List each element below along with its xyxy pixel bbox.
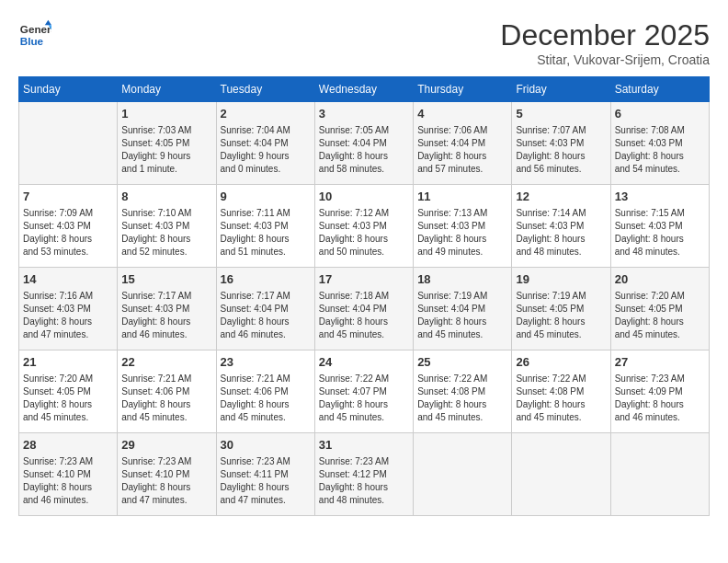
calendar-cell: 2Sunrise: 7:04 AM Sunset: 4:04 PM Daylig…: [216, 102, 314, 185]
day-number: 30: [221, 437, 311, 454]
calendar-cell: 19Sunrise: 7:19 AM Sunset: 4:05 PM Dayli…: [512, 268, 610, 350]
calendar-cell: 9Sunrise: 7:11 AM Sunset: 4:03 PM Daylig…: [216, 185, 314, 268]
calendar-cell: 21Sunrise: 7:20 AM Sunset: 4:05 PM Dayli…: [19, 350, 118, 433]
day-header-monday: Monday: [118, 77, 216, 102]
day-info: Sunrise: 7:18 AM Sunset: 4:04 PM Dayligh…: [319, 290, 409, 341]
day-number: 7: [23, 189, 113, 205]
svg-text:Blue: Blue: [20, 35, 44, 47]
calendar-cell: 28Sunrise: 7:23 AM Sunset: 4:10 PM Dayli…: [19, 433, 118, 516]
day-info: Sunrise: 7:23 AM Sunset: 4:09 PM Dayligh…: [615, 373, 705, 424]
day-info: Sunrise: 7:21 AM Sunset: 4:06 PM Dayligh…: [121, 373, 211, 424]
day-number: 27: [615, 354, 705, 371]
day-number: 17: [319, 271, 409, 288]
day-info: Sunrise: 7:23 AM Sunset: 4:12 PM Dayligh…: [319, 455, 409, 507]
logo-icon: General Blue: [18, 18, 51, 52]
day-info: Sunrise: 7:08 AM Sunset: 4:03 PM Dayligh…: [615, 124, 705, 176]
day-info: Sunrise: 7:03 AM Sunset: 4:05 PM Dayligh…: [121, 124, 211, 176]
day-info: Sunrise: 7:09 AM Sunset: 4:03 PM Dayligh…: [23, 207, 113, 259]
day-number: 22: [121, 354, 211, 371]
calendar-cell: 12Sunrise: 7:14 AM Sunset: 4:03 PM Dayli…: [512, 185, 610, 268]
day-number: 2: [221, 106, 311, 122]
day-number: 12: [516, 189, 606, 205]
calendar-cell: 14Sunrise: 7:16 AM Sunset: 4:03 PM Dayli…: [19, 268, 118, 350]
calendar-cell: 31Sunrise: 7:23 AM Sunset: 4:12 PM Dayli…: [314, 433, 413, 516]
month-title: December 2025: [500, 18, 710, 52]
calendar-cell: 13Sunrise: 7:15 AM Sunset: 4:03 PM Dayli…: [610, 185, 709, 268]
calendar-cell: [512, 433, 610, 516]
day-number: 11: [417, 189, 507, 205]
day-info: Sunrise: 7:15 AM Sunset: 4:03 PM Dayligh…: [615, 207, 705, 259]
day-number: 18: [417, 271, 507, 288]
day-number: 4: [417, 106, 507, 122]
day-header-wednesday: Wednesday: [314, 77, 413, 102]
day-number: 26: [516, 354, 606, 371]
calendar-cell: 17Sunrise: 7:18 AM Sunset: 4:04 PM Dayli…: [314, 268, 413, 350]
day-info: Sunrise: 7:07 AM Sunset: 4:03 PM Dayligh…: [516, 124, 606, 176]
calendar-cell: 1Sunrise: 7:03 AM Sunset: 4:05 PM Daylig…: [118, 102, 216, 185]
day-info: Sunrise: 7:20 AM Sunset: 4:05 PM Dayligh…: [23, 373, 113, 424]
calendar-cell: 25Sunrise: 7:22 AM Sunset: 4:08 PM Dayli…: [414, 350, 512, 433]
day-info: Sunrise: 7:19 AM Sunset: 4:04 PM Dayligh…: [417, 290, 507, 341]
title-block: December 2025 Stitar, Vukovar-Srijem, Cr…: [500, 18, 710, 67]
day-info: Sunrise: 7:19 AM Sunset: 4:05 PM Dayligh…: [516, 290, 606, 341]
calendar-cell: 27Sunrise: 7:23 AM Sunset: 4:09 PM Dayli…: [610, 350, 709, 433]
day-info: Sunrise: 7:21 AM Sunset: 4:06 PM Dayligh…: [221, 373, 311, 424]
calendar-header-row: SundayMondayTuesdayWednesdayThursdayFrid…: [19, 77, 710, 102]
calendar-week-row: 7Sunrise: 7:09 AM Sunset: 4:03 PM Daylig…: [19, 185, 710, 268]
day-number: 25: [417, 354, 507, 371]
day-number: 29: [121, 437, 211, 454]
day-number: 5: [516, 106, 606, 122]
day-number: 6: [615, 106, 705, 122]
location-subtitle: Stitar, Vukovar-Srijem, Croatia: [500, 52, 710, 67]
calendar-cell: 6Sunrise: 7:08 AM Sunset: 4:03 PM Daylig…: [610, 102, 709, 185]
day-number: 1: [121, 106, 211, 122]
day-info: Sunrise: 7:14 AM Sunset: 4:03 PM Dayligh…: [516, 207, 606, 259]
day-number: 16: [221, 271, 311, 288]
day-info: Sunrise: 7:22 AM Sunset: 4:08 PM Dayligh…: [417, 373, 507, 424]
calendar-cell: [610, 433, 709, 516]
calendar-cell: [19, 102, 118, 185]
calendar-cell: 30Sunrise: 7:23 AM Sunset: 4:11 PM Dayli…: [216, 433, 314, 516]
calendar-week-row: 28Sunrise: 7:23 AM Sunset: 4:10 PM Dayli…: [19, 433, 710, 516]
day-number: 23: [221, 354, 311, 371]
day-header-friday: Friday: [512, 77, 610, 102]
calendar-cell: 22Sunrise: 7:21 AM Sunset: 4:06 PM Dayli…: [118, 350, 216, 433]
calendar-cell: [414, 433, 512, 516]
calendar-cell: 26Sunrise: 7:22 AM Sunset: 4:08 PM Dayli…: [512, 350, 610, 433]
calendar-cell: 5Sunrise: 7:07 AM Sunset: 4:03 PM Daylig…: [512, 102, 610, 185]
day-number: 20: [615, 271, 705, 288]
calendar-cell: 10Sunrise: 7:12 AM Sunset: 4:03 PM Dayli…: [314, 185, 413, 268]
calendar-cell: 16Sunrise: 7:17 AM Sunset: 4:04 PM Dayli…: [216, 268, 314, 350]
calendar-cell: 15Sunrise: 7:17 AM Sunset: 4:03 PM Dayli…: [118, 268, 216, 350]
calendar-cell: 7Sunrise: 7:09 AM Sunset: 4:03 PM Daylig…: [19, 185, 118, 268]
calendar-cell: 3Sunrise: 7:05 AM Sunset: 4:04 PM Daylig…: [314, 102, 413, 185]
day-header-tuesday: Tuesday: [216, 77, 314, 102]
day-info: Sunrise: 7:10 AM Sunset: 4:03 PM Dayligh…: [121, 207, 211, 259]
day-info: Sunrise: 7:17 AM Sunset: 4:03 PM Dayligh…: [121, 290, 211, 341]
day-number: 10: [319, 189, 409, 205]
day-number: 8: [121, 189, 211, 205]
day-number: 15: [121, 271, 211, 288]
calendar-cell: 11Sunrise: 7:13 AM Sunset: 4:03 PM Dayli…: [414, 185, 512, 268]
calendar-cell: 20Sunrise: 7:20 AM Sunset: 4:05 PM Dayli…: [610, 268, 709, 350]
day-info: Sunrise: 7:23 AM Sunset: 4:11 PM Dayligh…: [221, 455, 311, 507]
day-info: Sunrise: 7:12 AM Sunset: 4:03 PM Dayligh…: [319, 207, 409, 259]
day-info: Sunrise: 7:22 AM Sunset: 4:08 PM Dayligh…: [516, 373, 606, 424]
calendar-week-row: 14Sunrise: 7:16 AM Sunset: 4:03 PM Dayli…: [19, 268, 710, 350]
calendar-cell: 4Sunrise: 7:06 AM Sunset: 4:04 PM Daylig…: [414, 102, 512, 185]
day-number: 19: [516, 271, 606, 288]
day-info: Sunrise: 7:11 AM Sunset: 4:03 PM Dayligh…: [221, 207, 311, 259]
day-info: Sunrise: 7:04 AM Sunset: 4:04 PM Dayligh…: [221, 124, 311, 176]
calendar-cell: 8Sunrise: 7:10 AM Sunset: 4:03 PM Daylig…: [118, 185, 216, 268]
calendar-table: SundayMondayTuesdayWednesdayThursdayFrid…: [18, 76, 710, 516]
day-number: 31: [319, 437, 409, 454]
calendar-cell: 24Sunrise: 7:22 AM Sunset: 4:07 PM Dayli…: [314, 350, 413, 433]
day-number: 14: [23, 271, 113, 288]
calendar-cell: 23Sunrise: 7:21 AM Sunset: 4:06 PM Dayli…: [216, 350, 314, 433]
day-info: Sunrise: 7:20 AM Sunset: 4:05 PM Dayligh…: [615, 290, 705, 341]
day-info: Sunrise: 7:22 AM Sunset: 4:07 PM Dayligh…: [319, 373, 409, 424]
logo: General Blue: [18, 18, 51, 52]
day-number: 28: [23, 437, 113, 454]
calendar-week-row: 1Sunrise: 7:03 AM Sunset: 4:05 PM Daylig…: [19, 102, 710, 185]
day-info: Sunrise: 7:16 AM Sunset: 4:03 PM Dayligh…: [23, 290, 113, 341]
